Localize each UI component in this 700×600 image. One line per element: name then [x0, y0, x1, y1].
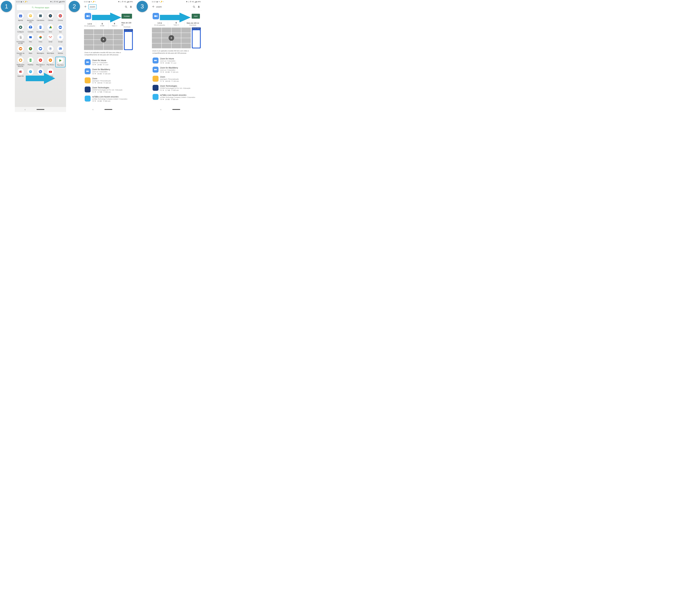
stat-rating[interactable]: 3,9★ 92 mil avaliações [151, 22, 168, 26]
nav-home-pill[interactable] [104, 109, 112, 110]
app-clock[interactable]: Relógio [26, 69, 35, 77]
list-item-title: ezTalks Livre Nuvem encontro [92, 96, 132, 98]
voice-search-button[interactable] [197, 5, 200, 8]
calc-icon: +−×= [37, 12, 44, 19]
app-sim[interactable]: Ferramentas do SIM [16, 34, 25, 44]
svg-point-17 [20, 27, 21, 28]
app-phone[interactable]: Telefone [35, 69, 45, 77]
install-button[interactable]: Instalar [122, 14, 132, 19]
search-query[interactable]: zoom [88, 4, 97, 9]
stat-downloads[interactable]: Mais de 100 mi Downloads [121, 22, 133, 28]
svg-marker-82 [88, 61, 89, 63]
app-docs[interactable]: Documentos [35, 24, 45, 33]
app-stats: 3,9★ 92 mil avaliações E Todos ⓘ Mais de… [151, 21, 202, 27]
list-item[interactable]: Zoomjoaomgcd • Personalização3,7 ★449 KB… [83, 76, 134, 85]
app-calc[interactable]: +−×=Calculadora [35, 12, 45, 23]
status-time: 11:12 [152, 1, 156, 2]
list-item[interactable]: Zoom TechnologiesZOOM Technologies (I) P… [83, 85, 134, 94]
gallery-screenshot-2[interactable]: Start or join a meeting in [124, 29, 133, 50]
app-label: Planilhas [28, 64, 33, 66]
search-icon [32, 6, 34, 8]
stat-downloads[interactable]: Mais de 100 mi Downloads [185, 22, 201, 26]
app-label: Relógio [28, 75, 33, 77]
nav-back-icon[interactable]: ‹ [93, 108, 93, 111]
search-button[interactable] [192, 5, 196, 8]
voice-search-button[interactable] [129, 5, 132, 8]
app-playstore[interactable]: Play Store [56, 57, 65, 67]
gallery-video-thumb[interactable] [152, 27, 191, 48]
app-slides[interactable]: Apresenta-ções [26, 12, 35, 23]
list-item-meta: 3,1 ★3,7 MB+ 500 mil+ [160, 89, 200, 91]
app-gmail[interactable]: Gmail [46, 34, 55, 44]
app-radio[interactable]: Rádio FM [16, 69, 25, 77]
app-news[interactable]: Notícias [56, 46, 65, 56]
app-messages[interactable]: Mensagens [35, 46, 45, 56]
svg-point-19 [30, 26, 31, 27]
list-item[interactable]: Zoom for BlackBerryzoom.us • Corporativo… [83, 67, 134, 76]
app-maps[interactable]: Maps [26, 46, 35, 56]
app-photos[interactable]: Fotos [35, 34, 45, 44]
app-playmovies[interactable]: Play Filmes e TV [35, 57, 45, 67]
back-button[interactable] [152, 5, 155, 8]
zoom-app-icon[interactable] [153, 13, 159, 19]
gallery-video-thumb[interactable] [84, 29, 123, 50]
app-sheets[interactable]: Planilhas [26, 57, 35, 67]
app-camera[interactable]: Câmera [46, 12, 55, 23]
list-item[interactable]: ezTalks Livre Nuvem encontroezTalks Tech… [83, 94, 134, 103]
list-item[interactable]: Zoom for Intunezoom.us • Corporativo3,8 … [151, 56, 202, 65]
stat-rating-tag[interactable]: E Todos ⓘ [168, 22, 184, 26]
zoom-app-icon[interactable] [85, 13, 91, 19]
stat-rating-tag[interactable]: E Todos ⓘ [108, 22, 121, 28]
app-drawer-search[interactable]: Pesquisar apps [17, 4, 64, 10]
status-notif-icon: ✕ [23, 1, 24, 3]
app-notif[interactable]: Notificações Motorola [16, 57, 25, 67]
gmail-icon [47, 34, 54, 41]
gallery-screenshot-2[interactable]: Start or join a meeting in [192, 27, 201, 48]
nav-home-pill[interactable] [172, 109, 180, 110]
list-item[interactable]: Zoom TechnologiesZOOM Technologies (I) P… [151, 83, 202, 93]
open-button[interactable]: Abrir [192, 14, 200, 19]
svg-rect-48 [59, 48, 60, 49]
list-item-title: Zoom [92, 77, 132, 80]
status-bar: 11:12 ▣✕🔑• ✱▢⦿ 4G ◢▮ 49% [83, 0, 134, 3]
app-contact[interactable]: Contatos [26, 24, 35, 33]
app-calendar[interactable]: 14Agenda [16, 12, 25, 23]
svg-rect-77 [86, 16, 88, 17]
app-youtube[interactable]: YouTube [46, 69, 55, 77]
nav-home-pill[interactable] [36, 109, 44, 110]
radio-icon [17, 69, 24, 75]
status-time: 11:12 [16, 1, 20, 2]
list-item[interactable]: Zoom for BlackBerryzoom.us • Corporativo… [151, 65, 202, 74]
list-item[interactable]: ezTalks Livre Nuvem encontroezTalks Tech… [151, 93, 202, 102]
app-google[interactable]: GGoogle [56, 34, 65, 44]
list-item[interactable]: Zoomjoaomgcd • Personalização3,7 ★449 KB… [151, 74, 202, 83]
app-gear[interactable]: Configurar [16, 24, 25, 33]
screenshot-gallery[interactable]: Start or join a meeting in [151, 27, 202, 48]
panel-step-2: 2 11:12 ▣✕🔑• ✱▢⦿ 4G ◢▮ 49% zoom [68, 0, 136, 114]
app-label: Gravador de tela [16, 52, 25, 56]
list-item-title: Zoom [160, 76, 200, 78]
app-drive[interactable]: Drive [46, 24, 55, 33]
list-item[interactable]: Zoom for Intunezoom.us • Corporativo3,8 … [83, 58, 134, 67]
stat-size[interactable]: 29 MB [96, 22, 108, 28]
svg-text:14: 14 [20, 15, 21, 17]
app-help[interactable]: ?Moto Ajuda [46, 46, 55, 56]
app-chrome[interactable]: Chrome [56, 12, 65, 23]
list-item-title: Zoom Technologies [160, 85, 200, 87]
screenshot-gallery[interactable]: Start or join a meeting in [83, 29, 134, 50]
svg-text:+: + [103, 101, 104, 101]
phone-app-drawer: 11:12 ▣ ✕ 🔑 • ✱ ▢ ⦿ 4G ◢ ▮ 49% [15, 0, 66, 112]
messages-icon [37, 46, 44, 52]
app-playmusic[interactable]: Play Música [46, 57, 55, 67]
app-label: Notificações Motorola [16, 64, 25, 67]
nav-back-icon[interactable]: ‹ [25, 108, 25, 111]
svg-rect-43 [40, 48, 42, 49]
stat-rating[interactable]: 3,9★ 92 mil avaliações [83, 22, 96, 28]
app-duo[interactable]: Duo [56, 24, 65, 33]
app-record[interactable]: Gravador de tela [16, 46, 25, 56]
app-files[interactable]: Files [26, 34, 35, 44]
search-button[interactable] [124, 5, 128, 8]
nav-back-icon[interactable]: ‹ [160, 108, 161, 111]
search-query[interactable]: zoom [156, 6, 176, 8]
back-button[interactable] [84, 5, 87, 8]
